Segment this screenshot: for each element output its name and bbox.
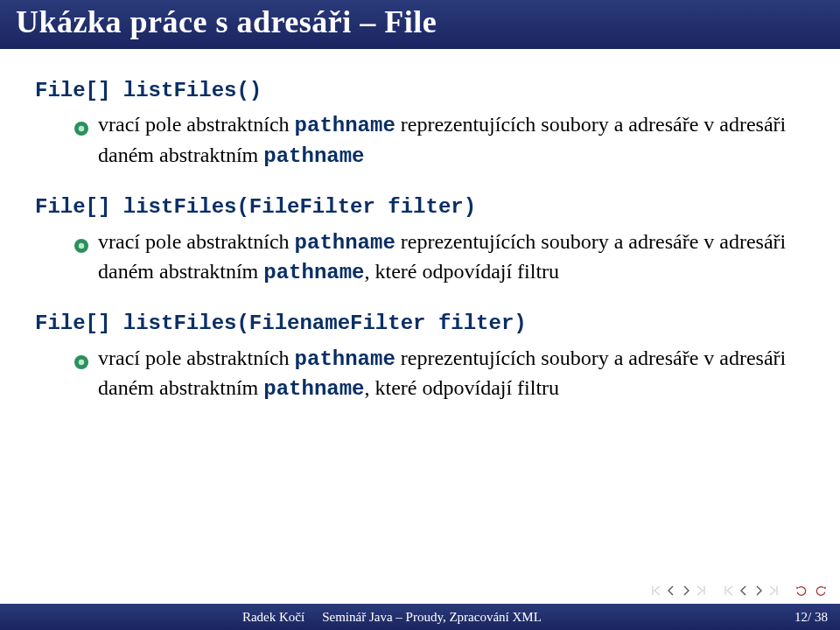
nav-group-slide bbox=[649, 584, 708, 598]
last-frame-icon[interactable] bbox=[766, 584, 780, 598]
prev-slide-icon[interactable] bbox=[664, 584, 678, 598]
code-keyword: pathname bbox=[263, 144, 364, 168]
footer-talk: Seminář Java – Proudy, Zpracování XML bbox=[322, 610, 681, 625]
nav-bar bbox=[0, 579, 840, 604]
text-run: vrací pole abstraktních bbox=[98, 230, 295, 253]
svg-point-3 bbox=[79, 242, 84, 248]
section-2: File[] listFiles(FileFilter filter) vrac… bbox=[35, 193, 805, 287]
footer-author: Radek Kočí bbox=[12, 610, 322, 625]
text-run: vrací pole abstraktních bbox=[98, 113, 295, 136]
svg-point-5 bbox=[79, 360, 84, 365]
slide-content: File[] listFiles() vrací pole abstraktní… bbox=[0, 49, 840, 579]
code-signature: File[] listFiles(FilenameFilter filter) bbox=[35, 310, 805, 338]
code-keyword: pathname bbox=[263, 261, 364, 284]
section-3: File[] listFiles(FilenameFilter filter) … bbox=[35, 310, 805, 403]
footer: Radek Kočí Seminář Java – Proudy, Zpraco… bbox=[0, 604, 840, 630]
text-run: vrací pole abstraktních bbox=[98, 346, 295, 369]
forward-icon[interactable] bbox=[814, 584, 828, 598]
text-run: , které odpovídají filtru bbox=[365, 260, 560, 283]
svg-point-1 bbox=[79, 126, 84, 131]
bullet-text: vrací pole abstraktních pathname repreze… bbox=[98, 110, 805, 171]
bullet-text: vrací pole abstraktních pathname repreze… bbox=[98, 344, 805, 404]
bullet-item: vrací pole abstraktních pathname repreze… bbox=[35, 110, 805, 171]
prev-frame-icon[interactable] bbox=[737, 584, 751, 598]
back-icon[interactable] bbox=[794, 584, 808, 598]
first-slide-icon[interactable] bbox=[649, 584, 663, 598]
bullet-item: vrací pole abstraktních pathname repreze… bbox=[35, 228, 805, 288]
code-keyword: pathname bbox=[295, 231, 396, 255]
bullet-item: vrací pole abstraktních pathname repreze… bbox=[35, 344, 805, 404]
code-keyword: pathname bbox=[263, 377, 364, 401]
bullet-icon bbox=[74, 349, 89, 377]
code-signature: File[] listFiles(FileFilter filter) bbox=[35, 193, 805, 221]
bullet-text: vrací pole abstraktních pathname repreze… bbox=[98, 228, 805, 288]
nav-group-frame bbox=[722, 584, 780, 598]
next-slide-icon[interactable] bbox=[679, 584, 693, 598]
bullet-icon bbox=[74, 116, 89, 144]
code-keyword: pathname bbox=[295, 347, 396, 371]
code-signature: File[] listFiles() bbox=[35, 77, 805, 105]
next-frame-icon[interactable] bbox=[752, 584, 766, 598]
code-keyword: pathname bbox=[295, 114, 396, 137]
first-frame-icon[interactable] bbox=[722, 584, 736, 598]
bullet-icon bbox=[74, 233, 89, 261]
footer-page: 12/ 38 bbox=[681, 610, 828, 625]
section-1: File[] listFiles() vrací pole abstraktní… bbox=[35, 77, 805, 171]
last-slide-icon[interactable] bbox=[694, 584, 708, 598]
slide-title: Ukázka práce s adresáři – File bbox=[0, 0, 840, 49]
text-run: , které odpovídají filtru bbox=[365, 376, 560, 399]
